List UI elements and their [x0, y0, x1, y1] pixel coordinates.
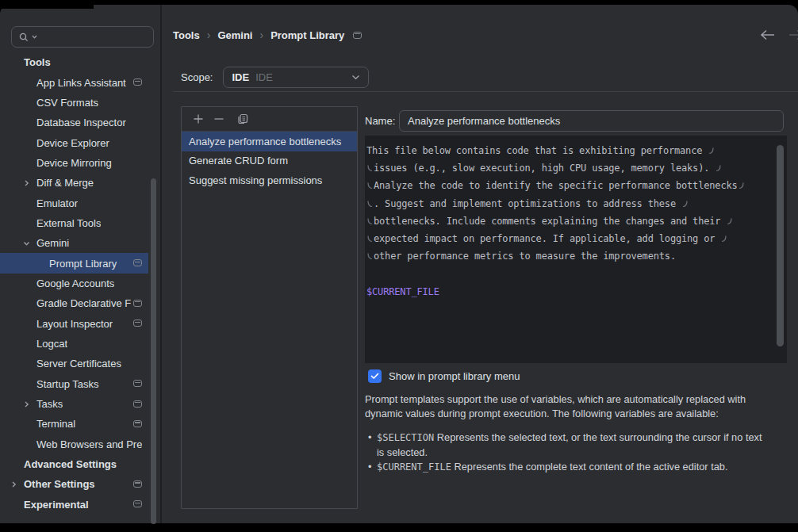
breadcrumb-item-prompt-library[interactable]: Prompt Library — [270, 29, 344, 41]
variable-description: Represents the complete text content of … — [451, 461, 728, 473]
prompt-list-panel: Analyze performance bottlenecksGenerate … — [181, 106, 358, 509]
soft-wrap-icon — [739, 182, 744, 189]
sidebar-item-csv-formats[interactable]: CSV Formats — [0, 93, 148, 113]
sidebar-item-experimental[interactable]: Experimental — [0, 495, 148, 515]
sidebar-item-advanced-settings[interactable]: Advanced Settings — [0, 454, 148, 474]
soft-wrap-icon — [682, 200, 688, 208]
sidebar-item-web-browsers-and-pre[interactable]: Web Browsers and Pre — [0, 434, 148, 454]
search-history-arrow-icon — [32, 35, 37, 39]
sidebar-item-server-certificates[interactable]: Server Certificates — [0, 354, 148, 373]
editor-line: . Suggest and implement optimizations to… — [366, 195, 776, 212]
sidebar-item-device-explorer[interactable]: Device Explorer — [0, 132, 148, 152]
variable-name: $SELECTION — [377, 432, 434, 443]
settings-search-field[interactable] — [11, 26, 154, 48]
settings-dialog: ToolsApp Links AssistantCSV FormatsDatab… — [0, 5, 798, 523]
soft-wrap-icon — [367, 252, 373, 260]
soft-wrap-icon — [708, 147, 714, 155]
sidebar-item-startup-tasks[interactable]: Startup Tasks — [0, 374, 148, 394]
sidebar-item-label: App Links Assistant — [0, 77, 126, 89]
sidebar-item-app-links-assistant[interactable]: App Links Assistant — [0, 72, 148, 92]
sidebar-item-label: Experimental — [0, 499, 89, 511]
sidebar-item-device-mirroring[interactable]: Device Mirroring — [0, 153, 148, 173]
soft-wrap-icon — [727, 217, 732, 225]
prompt-list-item[interactable]: Generate CRUD form — [182, 151, 357, 171]
soft-wrap-icon — [721, 235, 727, 243]
ide-window-icon — [133, 259, 142, 266]
sidebar-item-terminal[interactable]: Terminal — [0, 414, 148, 434]
sidebar-item-emulator[interactable]: Emulator — [0, 193, 148, 212]
sidebar-item-label: Startup Tasks — [0, 378, 99, 390]
sidebar-item-other-settings[interactable]: Other Settings — [0, 474, 148, 494]
editor-scrollbar[interactable] — [777, 145, 784, 346]
breadcrumb-separator: › — [207, 29, 211, 41]
sidebar-item-diff-merge[interactable]: Diff & Merge — [0, 173, 148, 193]
scope-dropdown[interactable]: IDE IDE — [223, 67, 369, 88]
sidebar-item-label: Google Accounts — [0, 277, 114, 289]
chevron-down-icon — [351, 75, 360, 80]
sidebar-scrollbar[interactable] — [151, 178, 156, 524]
variable-name: $CURRENT_FILE — [377, 461, 451, 473]
name-input[interactable]: Analyze performance bottlenecks — [399, 110, 784, 132]
sidebar-item-layout-inspector[interactable]: Layout Inspector — [0, 313, 148, 333]
sidebar-item-label: Tools — [0, 56, 51, 68]
editor-line — [366, 265, 776, 282]
sidebar-item-label: Gemini — [0, 237, 69, 249]
editor-line: other performance metrics to measure the… — [366, 247, 776, 265]
soft-wrap-icon — [367, 200, 373, 208]
scope-ghost-value: IDE — [255, 71, 351, 83]
copy-button[interactable] — [236, 113, 249, 125]
prompt-text-editor[interactable]: This file below contains code that is ex… — [365, 136, 787, 363]
settings-tree: ToolsApp Links AssistantCSV FormatsDatab… — [0, 52, 148, 515]
show-in-menu-label: Show in prompt library menu — [389, 370, 520, 382]
sidebar-item-label: External Tools — [0, 217, 101, 229]
editor-line: This file below contains code that is ex… — [366, 142, 776, 159]
chevron-right-icon[interactable] — [10, 478, 17, 490]
breadcrumb-item-tools[interactable]: Tools — [173, 29, 200, 41]
sidebar-item-label: Layout Inspector — [0, 318, 113, 330]
scope-value: IDE — [232, 71, 249, 83]
sidebar-item-external-tools[interactable]: External Tools — [0, 213, 148, 233]
add-button[interactable] — [192, 113, 205, 125]
breadcrumb-separator: › — [259, 29, 263, 41]
show-in-menu-checkbox[interactable] — [368, 369, 382, 383]
prompt-list-item[interactable]: Suggest missing permissions — [182, 170, 357, 190]
editor-line: expected impact on performance. If appli… — [366, 230, 776, 247]
sidebar-item-prompt-library[interactable]: Prompt Library — [0, 253, 148, 273]
scope-label: Scope: — [181, 71, 213, 83]
back-arrow-icon[interactable] — [760, 29, 775, 40]
prompt-list-item[interactable]: Analyze performance bottlenecks — [182, 132, 357, 151]
sidebar-item-tools[interactable]: Tools — [0, 52, 148, 72]
sidebar-item-label: Tasks — [0, 398, 63, 410]
variables-description: Prompt templates support the use of vari… — [365, 392, 774, 421]
sidebar-item-label: Gradle Declarative F — [0, 297, 131, 309]
breadcrumb-item-gemini[interactable]: Gemini — [217, 29, 252, 41]
sidebar-item-label: Emulator — [0, 197, 78, 209]
chevron-right-icon[interactable] — [23, 177, 30, 189]
chevron-right-icon[interactable] — [23, 398, 30, 410]
sidebar-item-logcat[interactable]: Logcat — [0, 334, 148, 354]
chevron-down-icon[interactable] — [23, 237, 30, 249]
variable-description: Represents the selected text, or the tex… — [377, 431, 762, 458]
search-icon — [18, 32, 29, 43]
sidebar-item-gemini[interactable]: Gemini — [0, 233, 148, 253]
sidebar-item-label: Device Explorer — [0, 137, 109, 149]
remove-button[interactable] — [213, 113, 225, 125]
breadcrumb: Tools›Gemini›Prompt Library — [173, 29, 362, 41]
ide-window-icon — [133, 380, 142, 387]
soft-wrap-icon — [367, 217, 373, 225]
ide-window-icon — [133, 300, 142, 307]
sidebar-item-label: Diff & Merge — [0, 177, 94, 189]
titlebar-remnant — [0, 0, 94, 9]
sidebar-item-label: Database Inspector — [0, 117, 126, 128]
forward-arrow-icon[interactable] — [788, 29, 798, 40]
prompt-list: Analyze performance bottlenecksGenerate … — [182, 132, 357, 190]
editor-line: Analyze the code to identify the specifi… — [366, 177, 776, 194]
soft-wrap-icon — [367, 235, 373, 243]
sidebar-item-tasks[interactable]: Tasks — [0, 394, 148, 414]
checkmark-icon — [370, 373, 379, 380]
sidebar-item-gradle-declarative-f[interactable]: Gradle Declarative F — [0, 293, 148, 313]
sidebar-item-google-accounts[interactable]: Google Accounts — [0, 274, 148, 293]
sidebar-item-label: Device Mirroring — [0, 157, 112, 169]
sidebar-item-label: Server Certificates — [0, 358, 121, 369]
sidebar-item-database-inspector[interactable]: Database Inspector — [0, 113, 148, 132]
